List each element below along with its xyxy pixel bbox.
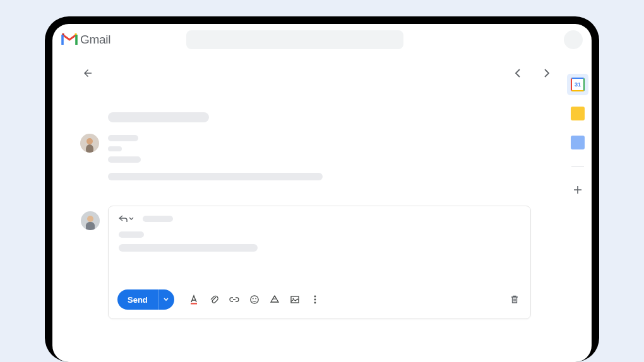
reply-type-dropdown[interactable] — [119, 215, 134, 223]
my-avatar[interactable] — [81, 211, 100, 230]
svg-point-1 — [251, 296, 258, 303]
account-avatar[interactable] — [564, 30, 583, 49]
header-bar: Gmail — [52, 24, 592, 55]
sender-name-placeholder — [108, 135, 138, 141]
svg-point-2 — [253, 298, 254, 300]
svg-point-6 — [314, 296, 316, 298]
search-input[interactable] — [186, 30, 403, 49]
recipient-placeholder — [108, 146, 122, 151]
back-button[interactable] — [80, 66, 95, 81]
svg-point-5 — [292, 298, 294, 300]
app-screen: Gmail — [52, 24, 592, 362]
link-icon[interactable] — [227, 293, 241, 307]
reply-body[interactable] — [109, 226, 530, 283]
svg-point-8 — [314, 302, 316, 304]
send-options-button[interactable] — [158, 289, 174, 310]
discard-draft-icon[interactable] — [508, 293, 522, 307]
reply-composer[interactable]: Send — [108, 206, 531, 319]
gmail-logo-text: Gmail — [80, 33, 110, 47]
send-button-group: Send — [117, 289, 174, 310]
side-panel: 31 — [564, 55, 592, 362]
older-button[interactable] — [512, 67, 523, 79]
contacts-app-button[interactable] — [571, 136, 585, 149]
more-options-icon[interactable] — [308, 293, 322, 307]
main-content: Send — [52, 55, 564, 362]
device-frame: Gmail — [45, 16, 599, 362]
newer-button[interactable] — [541, 67, 552, 79]
drive-icon[interactable] — [268, 293, 282, 307]
emoji-icon[interactable] — [247, 293, 261, 307]
calendar-app-button[interactable]: 31 — [571, 78, 585, 91]
sender-avatar[interactable] — [80, 134, 99, 153]
message-item[interactable] — [80, 134, 550, 180]
reply-line-2 — [119, 244, 258, 252]
thread-toolbar — [59, 55, 556, 91]
calendar-icon: 31 — [571, 78, 585, 91]
gmail-logo-icon — [61, 33, 78, 46]
reply-line-1 — [119, 231, 144, 238]
reply-header — [109, 206, 530, 226]
reply-footer: Send — [109, 283, 530, 318]
snippet-line-1 — [108, 156, 141, 163]
thread-view: Send — [59, 112, 556, 319]
formatting-icon[interactable] — [187, 293, 201, 307]
svg-point-3 — [255, 298, 256, 300]
formatting-toolbar — [187, 293, 322, 307]
image-icon[interactable] — [288, 293, 302, 307]
send-button[interactable]: Send — [117, 289, 158, 310]
snippet-line-2 — [108, 173, 323, 180]
attach-icon[interactable] — [207, 293, 221, 307]
gmail-logo[interactable]: Gmail — [61, 33, 110, 47]
keep-app-button[interactable] — [571, 107, 585, 120]
side-panel-divider — [571, 166, 584, 166]
subject-placeholder — [108, 112, 209, 122]
reply-recipient-placeholder — [143, 216, 173, 222]
get-addons-button[interactable] — [571, 183, 585, 197]
svg-point-7 — [314, 299, 316, 301]
message-body — [108, 134, 323, 180]
pager — [512, 67, 552, 79]
